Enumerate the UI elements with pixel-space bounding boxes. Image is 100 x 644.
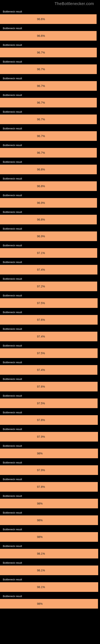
result-bar-track: 97.5% <box>0 348 100 358</box>
result-value: 98% <box>0 452 43 455</box>
result-value: 98% <box>0 535 43 538</box>
result-value: 97.6% <box>0 318 45 322</box>
result-bar-fill: 98.1% <box>0 566 98 575</box>
result-bar-track: 96.7% <box>0 64 100 74</box>
result-bar-track: 96.8% <box>0 215 100 224</box>
result-bar-track: 96.7% <box>0 48 100 57</box>
result-row: Bottleneck result97.9% <box>0 425 100 442</box>
result-value: 97.6% <box>0 385 45 388</box>
result-value: 96.7% <box>0 134 45 138</box>
result-bar-track: 96.7% <box>0 114 100 124</box>
result-bar-track: 98% <box>0 532 100 542</box>
result-value: 97.8% <box>0 418 45 422</box>
result-bar-fill: 97.4% <box>0 265 98 274</box>
result-bar-fill: 96.7% <box>0 148 97 158</box>
result-label: Bottleneck result <box>0 328 100 332</box>
result-value: 96.7% <box>0 101 45 104</box>
result-bar-track: 96.8% <box>0 164 100 174</box>
result-value: 98% <box>0 602 43 605</box>
result-label: Bottleneck result <box>0 294 100 298</box>
result-value: 97.4% <box>0 268 45 271</box>
result-bar-track: 97.8% <box>0 482 100 492</box>
result-bar-fill: 96.8% <box>0 215 97 224</box>
result-bar-fill: 96.7% <box>0 64 97 74</box>
result-bar-track: 97.9% <box>0 432 100 442</box>
result-row: Bottleneck result98.1% <box>0 558 100 575</box>
result-bar-track: 96.6% <box>0 14 100 24</box>
result-bar-fill: 96.7% <box>0 131 97 141</box>
result-row: Bottleneck result97.4% <box>0 358 100 375</box>
result-bar-track: 98% <box>0 516 100 525</box>
result-bar-track: 97.5% <box>0 398 100 408</box>
result-row: Bottleneck result98% <box>0 442 100 458</box>
result-bar-fill: 97.9% <box>0 465 98 475</box>
result-label: Bottleneck result <box>0 60 100 64</box>
result-value: 96.6% <box>0 18 45 21</box>
site-header: TheBottlenecker.com <box>0 0 100 7</box>
result-bar-track: 97.6% <box>0 315 100 324</box>
result-row: Bottleneck result98% <box>0 492 100 508</box>
result-bar-fill: 96.7% <box>0 81 97 91</box>
result-label: Bottleneck result <box>0 160 100 164</box>
result-label: Bottleneck result <box>0 194 100 198</box>
result-row: Bottleneck result96.9% <box>0 191 100 208</box>
result-row: Bottleneck result96.7% <box>0 108 100 124</box>
result-value: 97.1% <box>0 251 45 254</box>
result-label: Bottleneck result <box>0 528 100 532</box>
bottleneck-results-list: Bottleneck result96.6%Bottleneck result9… <box>0 7 100 608</box>
result-label: Bottleneck result <box>0 394 100 398</box>
result-row: Bottleneck result96.7% <box>0 57 100 74</box>
result-bar-fill: 97.9% <box>0 432 98 442</box>
result-bar-fill: 96.6% <box>0 31 97 41</box>
result-row: Bottleneck result96.7% <box>0 91 100 108</box>
result-bar-track: 98.1% <box>0 582 100 592</box>
result-bar-track: 97.5% <box>0 298 100 308</box>
result-value: 97.2% <box>0 285 45 288</box>
result-bar-track: 96.6% <box>0 31 100 41</box>
result-row: Bottleneck result97.5% <box>0 291 100 308</box>
result-value: 96.7% <box>0 84 45 88</box>
result-value: 96.7% <box>0 118 45 121</box>
result-bar-track: 97.1% <box>0 248 100 258</box>
result-bar-fill: 96.7% <box>0 48 97 57</box>
result-value: 96.9% <box>0 201 45 204</box>
result-label: Bottleneck result <box>0 177 100 181</box>
result-label: Bottleneck result <box>0 511 100 516</box>
result-bar-track: 96.7% <box>0 131 100 141</box>
result-label: Bottleneck result <box>0 595 100 599</box>
result-bar-fill: 97.8% <box>0 415 98 425</box>
result-row: Bottleneck result96.8% <box>0 208 100 224</box>
result-bar-fill: 96.8% <box>0 164 97 174</box>
result-value: 96.8% <box>0 168 45 171</box>
result-row: Bottleneck result97.4% <box>0 324 100 341</box>
result-row: Bottleneck result97.5% <box>0 341 100 358</box>
result-row: Bottleneck result96.8% <box>0 158 100 174</box>
result-value: 97.5% <box>0 302 45 305</box>
result-row: Bottleneck result98.1% <box>0 575 100 592</box>
result-row: Bottleneck result96.9% <box>0 224 100 241</box>
result-row: Bottleneck result96.7% <box>0 41 100 57</box>
result-value: 97.5% <box>0 402 45 405</box>
result-label: Bottleneck result <box>0 344 100 348</box>
result-bar-fill: 96.7% <box>0 114 97 124</box>
result-bar-track: 96.8% <box>0 181 100 191</box>
result-label: Bottleneck result <box>0 77 100 81</box>
result-row: Bottleneck result97.2% <box>0 274 100 291</box>
result-value: 97.5% <box>0 352 45 355</box>
result-row: Bottleneck result97.6% <box>0 375 100 392</box>
result-value: 96.8% <box>0 184 45 188</box>
result-bar-fill: 97.1% <box>0 248 97 258</box>
result-bar-track: 96.7% <box>0 81 100 91</box>
result-value: 97.4% <box>0 335 45 338</box>
result-bar-fill: 97.5% <box>0 398 98 408</box>
result-value: 98% <box>0 518 43 522</box>
result-row: Bottleneck result98% <box>0 525 100 542</box>
result-bar-track: 98.1% <box>0 566 100 575</box>
result-bar-fill: 96.9% <box>0 198 97 208</box>
result-value: 97.4% <box>0 368 45 372</box>
result-label: Bottleneck result <box>0 411 100 415</box>
result-row: Bottleneck result97.1% <box>0 241 100 258</box>
result-label: Bottleneck result <box>0 561 100 566</box>
result-value: 96.8% <box>0 218 45 221</box>
result-value: 98.1% <box>0 552 45 555</box>
